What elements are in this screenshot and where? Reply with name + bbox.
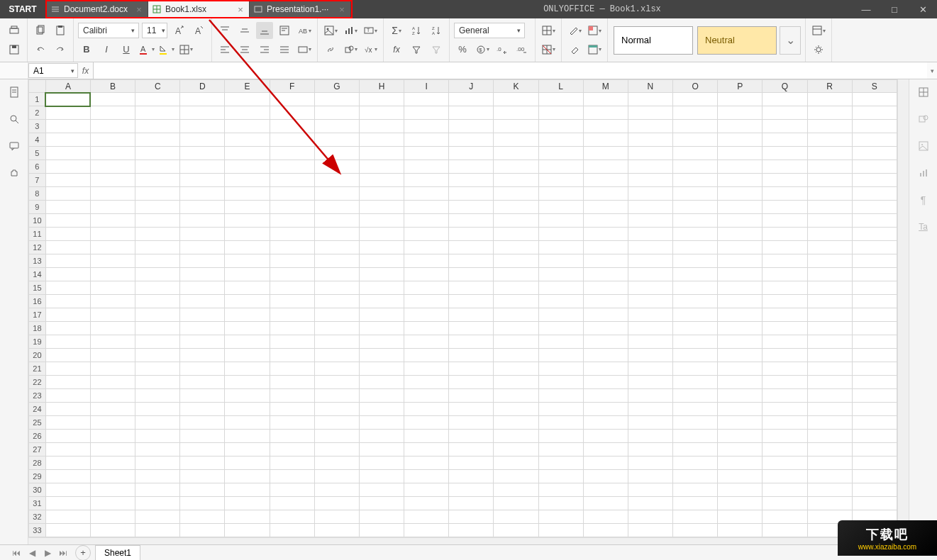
increase-decimal-button[interactable]: .00 (514, 41, 531, 58)
cell[interactable] (404, 174, 449, 187)
insert-chart-button[interactable]: ▾ (342, 22, 359, 39)
cell[interactable] (404, 389, 449, 403)
cell[interactable] (628, 214, 672, 228)
cell[interactable] (270, 160, 314, 174)
cell[interactable] (314, 106, 359, 120)
cell[interactable] (718, 470, 763, 483)
cell[interactable] (359, 349, 404, 362)
cell[interactable] (180, 308, 225, 322)
cell[interactable] (852, 174, 897, 187)
cell[interactable] (628, 403, 672, 416)
cell[interactable] (628, 497, 672, 510)
cell[interactable] (314, 268, 359, 281)
cell[interactable] (852, 443, 897, 457)
cell[interactable] (270, 120, 314, 133)
rsb-paragraph-icon[interactable]: ¶ (915, 191, 932, 208)
cell[interactable] (852, 349, 897, 362)
cell[interactable] (449, 241, 494, 254)
row-header[interactable]: 20 (29, 349, 46, 362)
cell[interactable] (628, 470, 672, 483)
cell[interactable] (852, 281, 897, 295)
cell[interactable] (270, 228, 314, 241)
column-header[interactable]: R (807, 80, 852, 93)
cell[interactable] (718, 187, 763, 201)
cell[interactable] (45, 483, 90, 497)
cell[interactable] (807, 254, 852, 268)
cell[interactable] (359, 295, 404, 308)
cell[interactable] (314, 510, 359, 524)
align-middle-button[interactable] (236, 22, 253, 39)
column-header[interactable]: N (628, 80, 672, 93)
cell[interactable] (494, 201, 538, 214)
cell[interactable] (404, 335, 449, 349)
cell[interactable] (628, 483, 672, 497)
cell[interactable] (852, 470, 897, 483)
cell[interactable] (718, 281, 763, 295)
cell[interactable] (449, 376, 494, 389)
cell[interactable] (404, 376, 449, 389)
cell[interactable] (404, 510, 449, 524)
cell[interactable] (225, 133, 270, 147)
cell[interactable] (583, 106, 628, 120)
cell[interactable] (225, 295, 270, 308)
cell[interactable] (628, 443, 672, 457)
cell[interactable] (45, 430, 90, 443)
sidebar-comments-icon[interactable] (6, 138, 23, 155)
cell[interactable] (852, 214, 897, 228)
cell[interactable] (404, 106, 449, 120)
cell[interactable] (404, 120, 449, 133)
row-header[interactable]: 30 (29, 483, 46, 497)
cell[interactable] (180, 497, 225, 510)
cell[interactable] (359, 308, 404, 322)
cell[interactable] (314, 228, 359, 241)
cell[interactable] (270, 281, 314, 295)
close-icon[interactable]: × (135, 4, 143, 15)
cell[interactable] (583, 228, 628, 241)
align-right-button[interactable] (256, 41, 273, 58)
cell[interactable] (538, 147, 583, 160)
paste-button[interactable] (52, 22, 69, 39)
sort-asc-button[interactable]: AZ (408, 22, 425, 39)
cell[interactable] (449, 308, 494, 322)
align-left-button[interactable] (216, 41, 233, 58)
row-header[interactable]: 17 (29, 308, 46, 322)
cell[interactable] (180, 295, 225, 308)
row-header[interactable]: 29 (29, 470, 46, 483)
cell[interactable] (270, 497, 314, 510)
cell[interactable] (225, 497, 270, 510)
cell[interactable] (359, 281, 404, 295)
cell[interactable] (449, 187, 494, 201)
cell[interactable] (180, 120, 225, 133)
cell[interactable] (404, 268, 449, 281)
cell[interactable] (763, 160, 807, 174)
cell[interactable] (718, 483, 763, 497)
cell[interactable] (718, 120, 763, 133)
cell[interactable] (45, 228, 90, 241)
cell[interactable] (449, 322, 494, 335)
cell[interactable] (404, 214, 449, 228)
column-header[interactable]: S (852, 80, 897, 93)
cell[interactable] (583, 160, 628, 174)
cell[interactable] (763, 362, 807, 376)
cell[interactable] (583, 483, 628, 497)
row-header[interactable]: 25 (29, 416, 46, 430)
cell[interactable] (359, 201, 404, 214)
cell[interactable] (270, 214, 314, 228)
cell[interactable] (404, 443, 449, 457)
cell[interactable] (359, 497, 404, 510)
cell[interactable] (90, 362, 135, 376)
horizontal-scrollbar[interactable] (28, 537, 897, 544)
cell[interactable] (45, 254, 90, 268)
cell[interactable] (270, 457, 314, 470)
cell[interactable] (270, 241, 314, 254)
cell[interactable] (45, 470, 90, 483)
save-button[interactable] (6, 41, 23, 58)
cell[interactable] (314, 389, 359, 403)
cell[interactable] (270, 483, 314, 497)
cell[interactable] (538, 483, 583, 497)
cell[interactable] (538, 295, 583, 308)
cell[interactable] (359, 470, 404, 483)
cell[interactable] (135, 524, 180, 537)
cell[interactable] (90, 147, 135, 160)
cell[interactable] (494, 187, 538, 201)
